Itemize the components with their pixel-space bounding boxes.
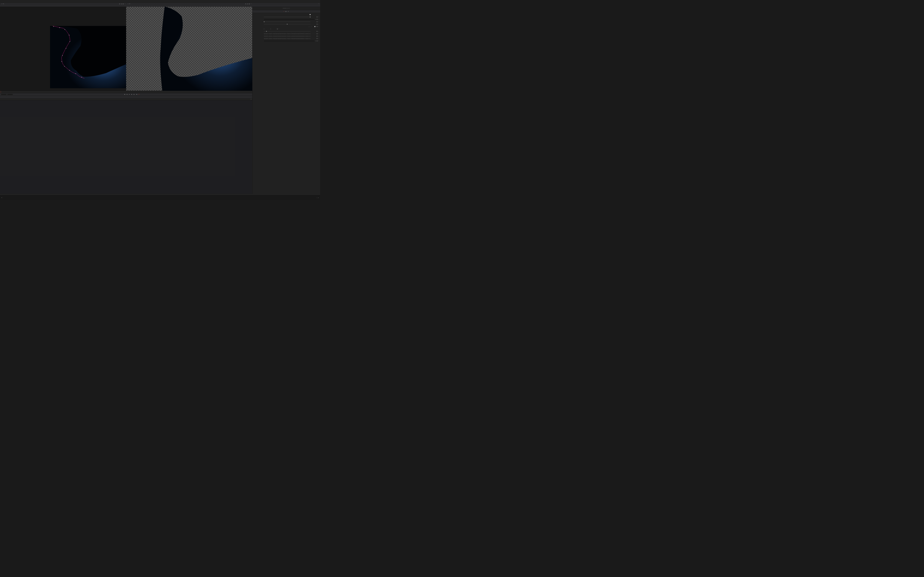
y-rotation-value[interactable] (311, 36, 316, 37)
inspector-options-icon[interactable]: ⋯ (318, 3, 320, 5)
svg-point-11 (75, 73, 76, 74)
svg-point-4 (69, 35, 69, 35)
viewer2-image (130, 7, 252, 91)
x-rotation-reset-icon[interactable]: ↺ (318, 33, 319, 34)
go-start-icon[interactable]: ⏮ (124, 94, 126, 95)
status-bar (0, 193, 320, 195)
center-y-value[interactable] (271, 29, 276, 29)
size-value[interactable] (311, 31, 316, 32)
nodes-panel-options-icon[interactable]: ⋯ (250, 99, 252, 100)
range-out-field[interactable] (7, 94, 13, 95)
viewer-toolbar (0, 5, 320, 7)
z-rotation-value[interactable] (311, 38, 316, 39)
viewer2-channels-icon[interactable]: ◐ (247, 3, 248, 5)
viewer2-options-icon[interactable]: ⋯ (250, 3, 252, 5)
node-graph-canvas[interactable] (0, 100, 252, 194)
filter-select[interactable] (264, 19, 316, 20)
z-rotation-keyframe-icon[interactable] (317, 38, 318, 39)
x-rotation-dial[interactable] (264, 33, 311, 34)
stop-icon[interactable]: ■ (129, 94, 131, 95)
svg-point-9 (64, 66, 65, 66)
solid-checkbox[interactable] (314, 26, 315, 27)
svg-point-7 (62, 55, 63, 56)
svg-point-6 (66, 48, 66, 48)
viewer2-roi-icon[interactable]: ▦ (249, 3, 250, 5)
fill-method-select[interactable] (264, 40, 316, 42)
inspector-panel: 〰 ▦ ⚙ ↺ ↺ ↺ (252, 7, 320, 193)
y-rotation-dial[interactable] (264, 36, 311, 37)
soft-edge-value[interactable] (311, 21, 316, 22)
step-back-icon[interactable]: ◀ (127, 94, 128, 95)
viewer1-channels-icon[interactable]: ◐ (121, 3, 122, 5)
play-icon[interactable]: ▶ (131, 94, 133, 95)
z-rotation-reset-icon[interactable]: ↺ (318, 38, 319, 39)
inspector-tab-tools[interactable] (283, 8, 286, 9)
loop-icon[interactable]: ⟳ (139, 94, 140, 95)
node-tool-shelf (0, 96, 252, 98)
shape-animation-hint[interactable] (252, 42, 320, 44)
viewer1-zoom-dropdown-icon[interactable]: ▾ (1, 3, 3, 5)
border-width-reset-icon[interactable]: ↺ (318, 24, 319, 25)
viewer-2[interactable] (126, 7, 252, 91)
size-keyframe-icon[interactable] (317, 31, 318, 32)
viewer2-fit-icon[interactable]: ⛶ (129, 3, 131, 5)
viewer2-subview-icon[interactable]: ▥ (245, 3, 247, 5)
x-rotation-keyframe-icon[interactable] (317, 33, 318, 34)
svg-point-1 (53, 26, 54, 27)
fill-method-keyframe-icon[interactable] (317, 40, 318, 42)
timeline-ruler[interactable] (0, 91, 252, 93)
y-rotation-reset-icon[interactable]: ↺ (318, 36, 319, 37)
viewer-header-bar: ▾ ⛶ ▥ ◐ ▦ ⋯ ▾ ⛶ ▥ ◐ ▦ ⋯ ⋯ (0, 3, 320, 5)
inspector-controls: ↺ ↺ ↺ ↺ ↺ ↺ (252, 13, 320, 42)
page-navigation-bar: ✦ ⌂ ⚙ (0, 195, 320, 200)
invert-checkbox[interactable] (309, 26, 310, 27)
size-reset-icon[interactable]: ↺ (318, 31, 319, 32)
fill-method-reset-icon[interactable]: ↺ (318, 40, 319, 41)
viewer2-zoom-dropdown-icon[interactable]: ▾ (127, 3, 129, 5)
y-rotation-keyframe-icon[interactable] (317, 35, 318, 37)
viewer1-roi-icon[interactable]: ▦ (123, 3, 124, 5)
range-in-field[interactable] (1, 94, 6, 95)
step-forward-icon[interactable]: ▶ (134, 94, 135, 95)
center-x-value[interactable] (265, 29, 270, 29)
project-settings-icon[interactable]: ⚙ (318, 197, 319, 198)
top-menu-bar (0, 0, 320, 3)
svg-point-8 (61, 61, 62, 61)
common-tab-icon[interactable]: ⚙ (288, 11, 289, 12)
level-slider[interactable] (264, 17, 311, 17)
border-width-slider[interactable] (264, 24, 311, 24)
transport-bar: ⏮ ◀ ■ ▶ ▶ ⏭ ⟳ (0, 93, 252, 96)
border-width-value[interactable] (311, 24, 316, 24)
svg-point-10 (69, 70, 70, 71)
go-end-icon[interactable]: ⏭ (136, 94, 138, 95)
border-width-keyframe-icon[interactable] (317, 24, 318, 25)
inspector-tab-modifiers[interactable] (286, 8, 290, 9)
settings-tab-icon[interactable]: ▦ (286, 11, 287, 12)
viewer1-subview-icon[interactable]: ▥ (119, 3, 120, 5)
home-icon[interactable]: ⌂ (317, 197, 317, 198)
filter-keyframe-icon[interactable] (317, 19, 318, 20)
show-view-controls-checkbox[interactable] (310, 14, 310, 15)
center-reset-icon[interactable]: ↺ (278, 28, 279, 29)
level-keyframe-icon[interactable] (317, 16, 318, 18)
viewer-1[interactable] (0, 7, 126, 91)
inspector-subtabs: 〰 ▦ ⚙ (252, 10, 320, 13)
viewer1-fit-icon[interactable]: ⛶ (3, 3, 4, 5)
viewer1-options-icon[interactable]: ⋯ (124, 3, 126, 5)
svg-point-12 (81, 77, 82, 77)
svg-point-5 (69, 41, 70, 42)
level-value[interactable] (311, 17, 316, 17)
resolve-logo-icon: ✦ (2, 197, 2, 198)
soft-edge-keyframe-icon[interactable] (317, 21, 318, 23)
soft-edge-reset-icon[interactable]: ↺ (318, 21, 319, 22)
solid-keyframe-icon[interactable] (317, 26, 318, 27)
viewer1-image (50, 26, 126, 88)
controls-tab-icon[interactable]: 〰 (283, 11, 285, 12)
center-keyframe-icon[interactable] (277, 28, 278, 29)
z-rotation-dial[interactable] (264, 38, 311, 39)
solid-reset-icon[interactable]: ↺ (318, 26, 319, 27)
level-reset-icon[interactable]: ↺ (318, 16, 319, 17)
invert-reset-icon[interactable]: ↺ (311, 26, 312, 27)
filter-reset-icon[interactable]: ↺ (318, 19, 319, 20)
x-rotation-value[interactable] (311, 34, 316, 34)
